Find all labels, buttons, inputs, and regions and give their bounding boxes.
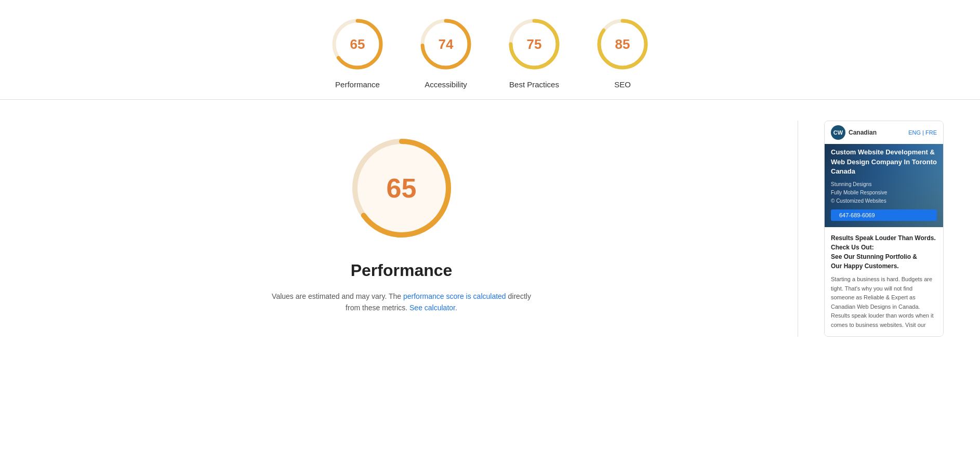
score-item-best-practices: 75 Best Practices xyxy=(506,16,563,89)
score-item-accessibility: 74 Accessibility xyxy=(417,16,474,89)
ad-phone-btn[interactable]: 647-689-6069 xyxy=(831,209,937,221)
score-description: Values are estimated and may vary. The p… xyxy=(272,291,532,314)
description-static: Values are estimated and may vary. The xyxy=(272,292,403,300)
score-number-accessibility: 74 xyxy=(439,36,454,52)
ad-feature2: Fully Mobile Responsive xyxy=(831,189,937,197)
score-ring-performance: 65 xyxy=(329,16,386,73)
score-label-best-practices: Best Practices xyxy=(509,80,559,89)
score-item-performance: 65 Performance xyxy=(329,16,386,89)
ad-features: Stunning Designs Fully Mobile Responsive… xyxy=(831,180,937,205)
left-panel: 65 Performance Values are estimated and … xyxy=(31,121,772,337)
score-label-accessibility: Accessibility xyxy=(425,80,467,89)
ad-logo-abbr: CW xyxy=(833,129,843,136)
score-item-seo: 85 SEO xyxy=(594,16,651,89)
score-number-performance: 65 xyxy=(350,36,365,52)
score-ring-best-practices: 75 xyxy=(506,16,563,73)
performance-score-link[interactable]: performance score is calculated xyxy=(403,292,506,300)
ad-footer: Results Speak Louder Than Words. Check U… xyxy=(825,227,943,336)
ad-logo-text: Canadian xyxy=(849,129,877,136)
large-gauge: 65 xyxy=(345,131,459,245)
score-label-seo: SEO xyxy=(614,80,631,89)
ad-card-image: Custom Website Development & Web Design … xyxy=(825,144,943,227)
vertical-divider xyxy=(798,121,798,337)
ad-feature1: Stunning Designs xyxy=(831,180,937,189)
large-score-title: Performance xyxy=(351,261,453,280)
ad-headline: Custom Website Development & Web Design … xyxy=(831,148,937,176)
score-number-best-practices: 75 xyxy=(527,36,542,52)
calculator-link[interactable]: See calculator. xyxy=(409,304,457,312)
right-panel: CW Canadian ENG | FRE Custom Website Dev… xyxy=(824,121,949,337)
score-label-performance: Performance xyxy=(335,80,380,89)
ad-card-header: CW Canadian ENG | FRE xyxy=(825,121,943,144)
large-gauge-number: 65 xyxy=(387,173,417,204)
ad-logo: CW Canadian xyxy=(831,125,877,140)
ad-card: CW Canadian ENG | FRE Custom Website Dev… xyxy=(824,121,944,337)
main-content: 65 Performance Values are estimated and … xyxy=(0,100,980,358)
scores-bar: 65 Performance 74 Accessibility 75 Best … xyxy=(0,0,980,100)
ad-lang[interactable]: ENG | FRE xyxy=(908,129,937,136)
score-ring-seo: 85 xyxy=(594,16,651,73)
ad-feature3: © Customized Websites xyxy=(831,197,937,205)
score-ring-accessibility: 74 xyxy=(417,16,474,73)
ad-body: Starting a business is hard. Budgets are… xyxy=(831,275,937,330)
ad-tagline: Results Speak Louder Than Words. Check U… xyxy=(831,233,937,271)
ad-logo-icon: CW xyxy=(831,125,845,140)
score-number-seo: 85 xyxy=(615,36,630,52)
